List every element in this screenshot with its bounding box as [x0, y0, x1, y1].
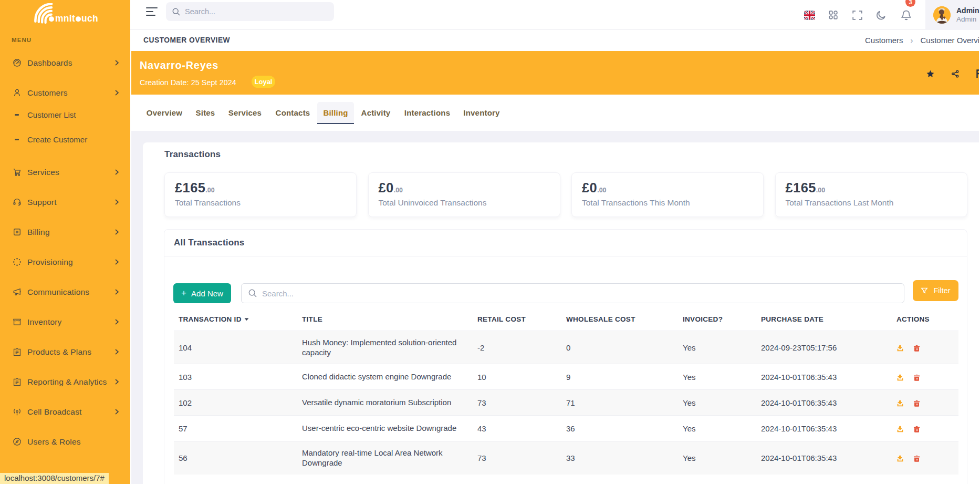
- svg-text:mnit: mnit: [55, 13, 75, 24]
- svg-text:uch: uch: [81, 13, 98, 24]
